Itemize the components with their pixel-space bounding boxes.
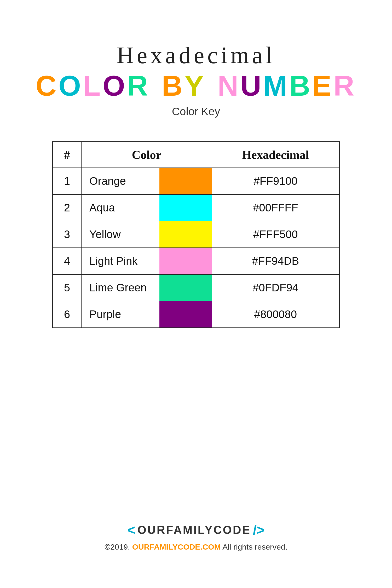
copyright-suffix: All rights reserved. (222, 543, 287, 551)
letter-Y: Y (185, 71, 206, 100)
letter-U: U (240, 71, 263, 100)
cell-num-2: 2 (53, 194, 81, 221)
letter-O1: O (59, 71, 83, 100)
letter-L: L (83, 71, 103, 100)
cell-num-5: 5 (53, 274, 81, 301)
cell-color-5: Lime Green (81, 274, 212, 301)
table-row: 3Yellow#FFF500 (53, 221, 339, 248)
table-row: 6Purple#800080 (53, 301, 339, 328)
footer-copyright: ©2019. OURFAMILYCODE.COM All rights rese… (105, 543, 287, 551)
color-swatch-5 (159, 275, 212, 301)
cell-hex-4: #FF94DB (212, 248, 339, 274)
copyright-link[interactable]: OURFAMILYCODE.COM (132, 543, 221, 551)
color-name-6: Purple (82, 303, 159, 326)
footer-logo-text: OURFAMILYCODE (137, 523, 251, 537)
color-name-1: Orange (82, 170, 159, 193)
cell-color-2: Aqua (81, 194, 212, 221)
letter-N: N (218, 71, 240, 100)
cell-hex-5: #0FDF94 (212, 274, 339, 301)
cell-hex-2: #00FFFF (212, 194, 339, 221)
subtitle-color-key: Color Key (36, 105, 356, 118)
table-row: 2Aqua#00FFFF (53, 194, 339, 221)
page-container: Hexadecimal C O L O R B Y N U M B E R Co… (0, 0, 392, 588)
footer-logo: < OURFAMILYCODE /> (105, 522, 287, 538)
letter-M: M (263, 71, 290, 100)
letter-R: R (127, 71, 150, 100)
letter-R2: R (333, 71, 356, 100)
col-header-color: Color (81, 142, 212, 168)
cell-color-4: Light Pink (81, 248, 212, 274)
table-row: 1Orange#FF9100 (53, 168, 339, 194)
table-row: 4Light Pink#FF94DB (53, 248, 339, 274)
cell-num-1: 1 (53, 168, 81, 194)
copyright-symbol: ©2019. (105, 543, 130, 551)
color-name-5: Lime Green (82, 276, 159, 299)
header-section: Hexadecimal C O L O R B Y N U M B E R Co… (36, 42, 356, 131)
cell-num-6: 6 (53, 301, 81, 328)
letter-C: C (36, 71, 59, 100)
color-table: # Color Hexadecimal 1Orange#FF91002Aqua#… (52, 141, 340, 328)
color-swatch-1 (159, 168, 212, 194)
cell-num-3: 3 (53, 221, 81, 248)
logo-slash: /> (253, 522, 265, 538)
cell-hex-6: #800080 (212, 301, 339, 328)
cell-num-4: 4 (53, 248, 81, 274)
cell-hex-1: #FF9100 (212, 168, 339, 194)
color-name-4: Light Pink (82, 250, 159, 273)
letter-O2: O (103, 71, 127, 100)
color-table-wrapper: # Color Hexadecimal 1Orange#FF91002Aqua#… (52, 141, 340, 328)
footer: < OURFAMILYCODE /> ©2019. OURFAMILYCODE.… (105, 470, 287, 567)
color-name-2: Aqua (82, 196, 159, 219)
letter-B2: B (289, 71, 312, 100)
color-name-3: Yellow (82, 223, 159, 246)
cell-hex-3: #FFF500 (212, 221, 339, 248)
title-color-by-number: C O L O R B Y N U M B E R (36, 71, 356, 100)
cell-color-6: Purple (81, 301, 212, 328)
col-header-hexadecimal: Hexadecimal (212, 142, 339, 168)
cell-color-3: Yellow (81, 221, 212, 248)
table-header-row: # Color Hexadecimal (53, 142, 339, 168)
title-hexadecimal: Hexadecimal (36, 42, 356, 69)
cell-color-1: Orange (81, 168, 212, 194)
letter-space2 (206, 71, 218, 100)
table-row: 5Lime Green#0FDF94 (53, 274, 339, 301)
color-swatch-2 (159, 195, 212, 221)
color-swatch-4 (159, 248, 212, 274)
color-swatch-3 (159, 221, 212, 247)
letter-B: B (162, 71, 185, 100)
letter-E: E (312, 71, 333, 100)
letter-space1 (150, 71, 162, 100)
col-header-num: # (53, 142, 81, 168)
color-swatch-6 (159, 301, 212, 327)
logo-left-bracket: < (127, 522, 135, 538)
